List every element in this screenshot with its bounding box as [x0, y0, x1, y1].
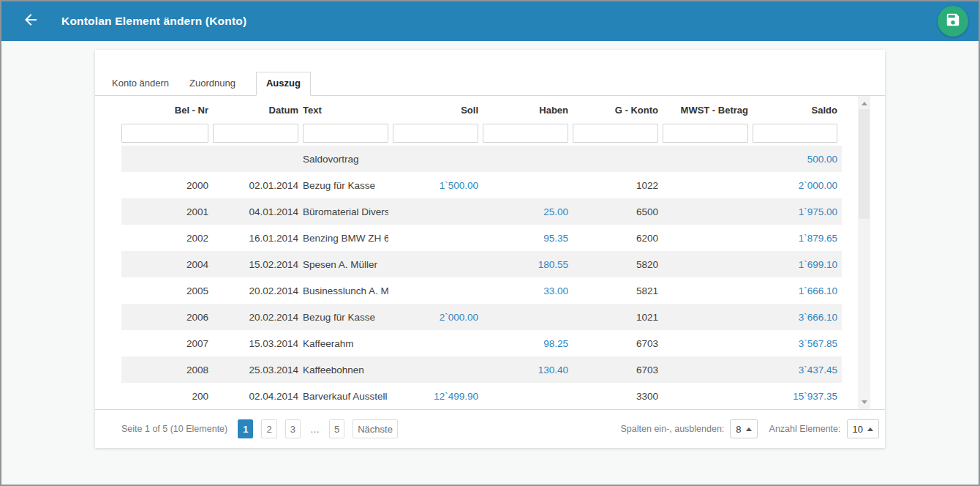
page-size-label: Anzahl Elemente:	[769, 424, 841, 434]
cell-soll: 2`000.00	[393, 312, 478, 323]
table-row[interactable]: 2008 25.03.2014 Kaffeebohnen 130.40 6703…	[121, 356, 842, 383]
table-row[interactable]: 2004 15.02.2014 Spesen A. Müller 180.55 …	[121, 251, 842, 277]
filter-input-mwst-betrag[interactable]	[663, 124, 748, 143]
arrow-left-icon	[22, 11, 39, 31]
pager-settings: Spalten ein-, ausblenden: 8 Anzahl Eleme…	[621, 419, 879, 438]
cell-g-konto: 5821	[573, 285, 658, 296]
table-row[interactable]: Saldovortrag 500.00	[121, 146, 842, 172]
cell-text: Bezug für Kasse	[303, 312, 388, 323]
cell-bel-nr: 200	[121, 391, 208, 402]
filter-row	[121, 121, 842, 146]
cell-g-konto: 3300	[573, 391, 658, 402]
table-row[interactable]: 2006 20.02.2014 Bezug für Kasse 2`000.00…	[121, 304, 842, 330]
cell-text: Kaffeerahm	[303, 338, 388, 349]
filter-input-haben[interactable]	[483, 124, 568, 143]
cell-g-konto: 6703	[573, 338, 658, 349]
cell-saldo: 15`937.35	[753, 391, 837, 402]
cell-text: Barverkauf Ausstell…	[303, 391, 388, 402]
columns-count-dropdown[interactable]: 8	[730, 419, 757, 438]
save-button[interactable]	[938, 6, 968, 37]
cell-saldo: 500.00	[753, 154, 837, 165]
page-button-5[interactable]: 5	[329, 419, 344, 438]
cell-bel-nr: 2008	[121, 364, 208, 375]
cell-datum: 04.01.2014	[213, 206, 298, 217]
scroll-up-button[interactable]	[858, 97, 870, 109]
cell-datum: 15.02.2014	[213, 259, 298, 270]
cell-g-konto: 6703	[573, 364, 658, 375]
page-size-dropdown[interactable]: 10	[847, 419, 879, 438]
cell-text: Benzing BMW ZH 6…	[303, 233, 388, 244]
filter-input-text[interactable]	[303, 124, 388, 143]
floppy-disk-icon	[945, 12, 961, 31]
cell-bel-nr: 2002	[121, 233, 208, 244]
filter-input-datum[interactable]	[213, 124, 298, 143]
cell-g-konto: 6200	[573, 233, 658, 244]
filter-input-soll[interactable]	[393, 124, 478, 143]
cell-bel-nr: 2006	[121, 312, 208, 323]
filter-input-saldo[interactable]	[753, 124, 837, 143]
next-page-button[interactable]: Nächste	[353, 419, 398, 438]
filter-input-bel-nr[interactable]	[121, 124, 208, 143]
cell-text: Spesen A. Müller	[303, 259, 388, 270]
filter-input-g-konto[interactable]	[573, 124, 658, 143]
cell-haben: 25.00	[483, 206, 568, 217]
cell-soll: 12`499.90	[393, 391, 478, 402]
column-header-text[interactable]: Text	[303, 105, 388, 116]
table-header-row: Bel - Nr Datum Text Soll Haben G - Konto…	[121, 99, 842, 121]
cell-saldo: 1`975.00	[753, 206, 837, 217]
app-bar: Kontolan Element ändern (Konto)	[1, 1, 979, 41]
column-header-mwst-betrag[interactable]: MWST - Betrag	[663, 105, 748, 116]
content-card: Konto ändern Zuordnung Auszug Bel - Nr D…	[95, 50, 885, 448]
tab-auszug[interactable]: Auszug	[256, 72, 311, 96]
column-header-bel-nr[interactable]: Bel - Nr	[121, 105, 208, 116]
cell-datum: 25.03.2014	[213, 364, 298, 375]
cell-datum: 16.01.2014	[213, 233, 298, 244]
columns-count-value: 8	[736, 424, 741, 435]
column-header-haben[interactable]: Haben	[483, 105, 568, 116]
column-header-saldo[interactable]: Saldo	[753, 105, 837, 116]
tab-zuordnung[interactable]: Zuordnung	[189, 72, 235, 95]
tab-konto-aendern[interactable]: Konto ändern	[112, 72, 169, 95]
pagination-summary: Seite 1 of 5 (10 Elemente)	[121, 424, 227, 434]
pagination-bar: Seite 1 of 5 (10 Elemente) 1 2 3 … 5 Näc…	[95, 409, 885, 448]
table-body: Saldovortrag 500.00 2000 02.01.2014 Bezu…	[121, 146, 885, 409]
cell-haben: 33.00	[483, 285, 568, 296]
dropdown-arrow-icon	[746, 427, 752, 431]
cell-text: Kaffeebohnen	[303, 364, 388, 375]
cell-saldo: 3`437.45	[753, 364, 837, 375]
scrollbar-thumb[interactable]	[859, 109, 870, 219]
cell-datum: 02.04.2014	[213, 391, 298, 402]
cell-soll: 1`500.00	[393, 180, 478, 191]
table-row[interactable]: 200 02.04.2014 Barverkauf Ausstell… 12`4…	[121, 383, 842, 409]
table-row[interactable]: 2000 02.01.2014 Bezug für Kasse 1`500.00…	[121, 172, 842, 198]
cell-saldo: 2`000.00	[753, 180, 837, 191]
cell-text: Bezug für Kasse	[303, 180, 388, 191]
cell-text: Businesslunch A. M…	[303, 285, 388, 296]
table-row[interactable]: 2002 16.01.2014 Benzing BMW ZH 6… 95.35 …	[121, 225, 842, 251]
cell-saldo: 1`879.65	[753, 233, 837, 244]
page-button-3[interactable]: 3	[285, 419, 301, 438]
table-row[interactable]: 2005 20.02.2014 Businesslunch A. M… 33.0…	[121, 277, 842, 304]
app-window: Kontolan Element ändern (Konto) Konto än…	[0, 0, 980, 486]
triangle-up-icon	[862, 102, 867, 105]
back-button[interactable]	[19, 10, 42, 33]
cell-datum: 02.01.2014	[213, 180, 298, 191]
cell-bel-nr: 2004	[121, 259, 208, 270]
cell-text: Büromaterial Divers…	[303, 206, 388, 217]
cell-datum: 20.02.2014	[213, 312, 298, 323]
table-row[interactable]: 2001 04.01.2014 Büromaterial Divers… 25.…	[121, 198, 842, 225]
cell-haben: 98.25	[483, 338, 568, 349]
page-button-1[interactable]: 1	[238, 419, 253, 438]
dropdown-arrow-icon	[867, 427, 873, 431]
cell-bel-nr: 2005	[121, 285, 208, 296]
column-header-g-konto[interactable]: G - Konto	[573, 105, 658, 116]
cell-g-konto: 6500	[573, 206, 658, 217]
column-header-soll[interactable]: Soll	[393, 105, 478, 116]
scroll-down-button[interactable]	[858, 396, 870, 408]
page-button-2[interactable]: 2	[261, 419, 276, 438]
triangle-down-icon	[862, 400, 867, 404]
column-header-datum[interactable]: Datum	[213, 105, 298, 116]
table-scrollbar[interactable]	[858, 96, 870, 409]
cell-saldo: 3`567.85	[753, 338, 837, 349]
table-row[interactable]: 2007 15.03.2014 Kaffeerahm 98.25 6703 3`…	[121, 330, 842, 356]
